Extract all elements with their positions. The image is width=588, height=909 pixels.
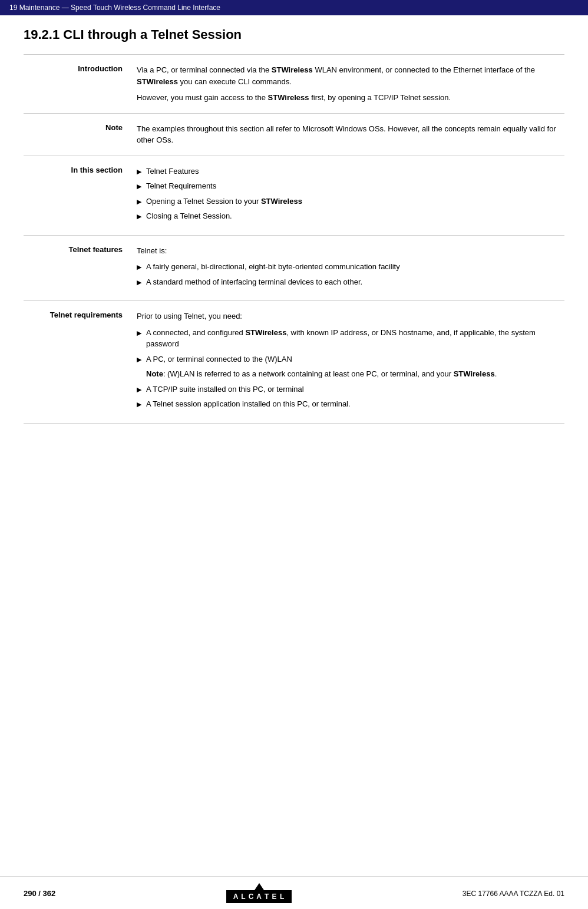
section-title: 19.2.1 CLI through a Telnet Session [24, 27, 564, 42]
bullet-arrow-icon: ▶ [137, 399, 141, 409]
row-label: Introduction [24, 55, 130, 114]
page-content: 19.2.1 CLI through a Telnet Session Intr… [0, 15, 588, 459]
list-item: ▶A TCP/IP suite installed on this PC, or… [137, 384, 557, 395]
intro-text: Prior to using Telnet, you need: [137, 310, 557, 322]
bullet-arrow-icon: ▶ [137, 277, 141, 287]
bullet-list: ▶A fairly general, bi-directional, eight… [137, 261, 557, 287]
list-item-text: A connected, and configured STWireless, … [146, 327, 557, 350]
footer-page-number: 290 / 362 [24, 889, 55, 898]
bullet-list: ▶A connected, and configured STWireless,… [137, 327, 557, 410]
bullet-arrow-icon: ▶ [137, 197, 141, 207]
paragraph: The examples throughout this section all… [137, 123, 557, 146]
list-item-text: A TCP/IP suite installed on this PC, or … [146, 384, 304, 395]
header-text: 19 Maintenance — Speed Touch Wireless Co… [9, 4, 220, 12]
list-item: ▶A PC, or terminal connected to the (W)L… [137, 353, 557, 365]
row-label: Telnet requirements [24, 301, 130, 424]
list-item-text: Telnet Requirements [146, 180, 216, 192]
doc-ref-text: 3EC 17766 AAAA TCZZA Ed. 01 [463, 890, 564, 898]
table-row: Telnet requirementsPrior to using Telnet… [24, 301, 564, 424]
logo-text: A L C A T E L [233, 893, 285, 901]
row-label: In this section [24, 156, 130, 235]
list-item: Note: (W)LAN is referred to as a network… [137, 368, 557, 380]
bullet-arrow-icon: ▶ [137, 181, 141, 191]
row-content: ▶Telnet Features▶Telnet Requirements▶Ope… [130, 156, 564, 235]
list-item-text: A fairly general, bi-directional, eight-… [146, 261, 400, 273]
bullet-arrow-icon: ▶ [137, 385, 141, 395]
list-item: ▶A Telnet session application installed … [137, 398, 557, 410]
page-footer: 290 / 362 A L C A T E L 3EC 17766 AAAA T… [0, 877, 588, 909]
list-item: ▶A connected, and configured STWireless,… [137, 327, 557, 350]
list-item-text: A standard method of interfacing termina… [146, 276, 362, 288]
bullet-arrow-icon: ▶ [137, 355, 141, 365]
paragraph: However, you must gain access to the STW… [137, 92, 557, 104]
table-row: IntroductionVia a PC, or terminal connec… [24, 55, 564, 114]
list-item-text: Opening a Telnet Session to your STWirel… [146, 196, 302, 207]
alcatel-logo: A L C A T E L [226, 890, 292, 903]
intro-text: Telnet is: [137, 245, 557, 257]
table-row: In this section▶Telnet Features▶Telnet R… [24, 156, 564, 235]
content-table: IntroductionVia a PC, or terminal connec… [24, 54, 564, 424]
table-row: NoteThe examples throughout this section… [24, 113, 564, 156]
list-item: ▶Telnet Features [137, 166, 557, 177]
paragraph: Via a PC, or terminal connected via the … [137, 64, 557, 87]
row-label: Telnet features [24, 235, 130, 301]
page-header: 19 Maintenance — Speed Touch Wireless Co… [0, 0, 588, 15]
list-item-text: A PC, or terminal connected to the (W)LA… [146, 353, 292, 365]
list-item-text: Telnet Features [146, 166, 199, 177]
list-item-text: A Telnet session application installed o… [146, 398, 351, 410]
bullet-arrow-icon: ▶ [137, 167, 141, 177]
list-item-text: Closing a Telnet Session. [146, 210, 232, 222]
list-item: ▶A fairly general, bi-directional, eight… [137, 261, 557, 273]
list-item: ▶Closing a Telnet Session. [137, 210, 557, 222]
row-content: The examples throughout this section all… [130, 113, 564, 156]
footer-doc-ref: 3EC 17766 AAAA TCZZA Ed. 01 [463, 889, 564, 898]
row-label: Note [24, 113, 130, 156]
bullet-arrow-icon: ▶ [137, 262, 141, 272]
alcatel-logo-wrapper: A L C A T E L [226, 883, 292, 903]
row-content: Prior to using Telnet, you need:▶A conne… [130, 301, 564, 424]
list-item-text: Note: (W)LAN is referred to as a network… [146, 368, 497, 380]
list-item: ▶A standard method of interfacing termin… [137, 276, 557, 288]
table-row: Telnet featuresTelnet is:▶A fairly gener… [24, 235, 564, 301]
row-content: Telnet is:▶A fairly general, bi-directio… [130, 235, 564, 301]
row-content: Via a PC, or terminal connected via the … [130, 55, 564, 114]
list-item: ▶Opening a Telnet Session to your STWire… [137, 196, 557, 207]
bullet-arrow-icon: ▶ [137, 328, 141, 338]
page-total: 362 [43, 889, 56, 898]
bullet-list: ▶Telnet Features▶Telnet Requirements▶Ope… [137, 166, 557, 222]
page-num: 290 [24, 889, 37, 898]
bullet-arrow-icon: ▶ [137, 211, 141, 222]
list-item: ▶Telnet Requirements [137, 180, 557, 192]
